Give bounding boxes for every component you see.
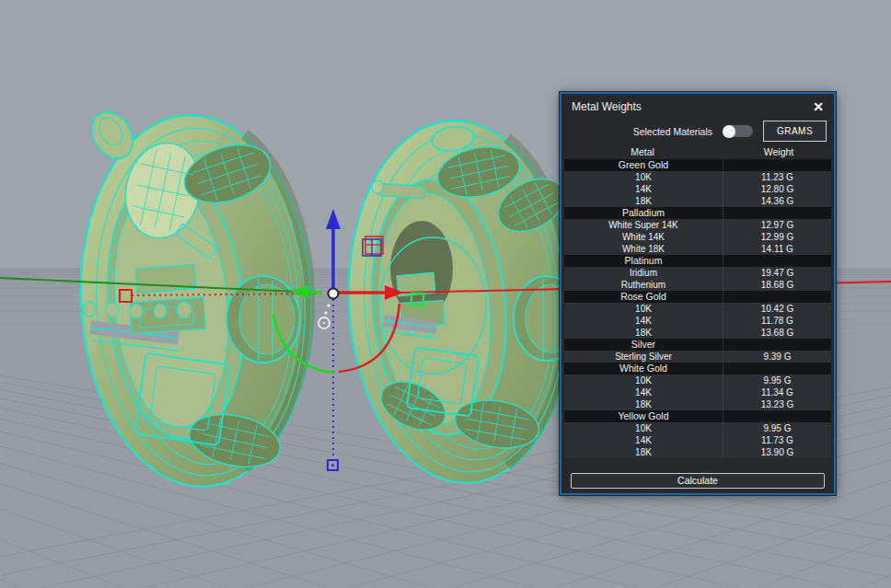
selected-materials-label: Selected Materials [633, 126, 712, 137]
gizmo-origin[interactable] [329, 289, 339, 299]
panel-controls-row: Selected Materials GRAMS [561, 119, 834, 144]
metal-weights-table: Green Gold10K11.23 G14K12.80 G18K14.36 G… [564, 159, 831, 458]
metal-row[interactable]: 14K11.73 G [564, 434, 831, 446]
app-window: Metal Weights ✕ Selected Materials GRAMS… [0, 0, 891, 588]
gizmo-y-arrow[interactable] [307, 292, 322, 293]
metal-row[interactable]: White 18K14.11 G [564, 243, 831, 255]
metal-row[interactable]: White Super 14K12.97 G [564, 219, 831, 231]
metal-row[interactable]: 18K13.23 G [564, 398, 831, 410]
close-icon[interactable]: ✕ [813, 100, 824, 113]
panel-titlebar: Metal Weights ✕ [561, 94, 834, 119]
panel-spacer [561, 458, 834, 473]
calculate-button[interactable]: Calculate [571, 473, 825, 489]
table-column-header: Metal Weight [561, 144, 834, 159]
metal-row[interactable]: 14K11.34 G [564, 386, 831, 398]
metal-section-header: Palladium [564, 207, 831, 219]
metal-row[interactable]: 10K9.95 G [564, 375, 831, 386]
metal-row[interactable]: Ruthenium18.68 G [564, 279, 831, 291]
metal-weights-panel: Metal Weights ✕ Selected Materials GRAMS… [560, 92, 836, 495]
metal-section-header: Silver [564, 339, 831, 351]
weight-column-label: Weight [723, 146, 834, 157]
selected-materials-toggle[interactable] [723, 125, 753, 137]
metal-section-header: Yellow Gold [564, 410, 831, 422]
toggle-knob [723, 125, 735, 138]
metal-row[interactable]: 10K11.23 G [564, 171, 831, 183]
metal-section-header: Rose Gold [564, 291, 831, 303]
metal-row[interactable]: 18K13.90 G [564, 446, 831, 458]
metal-row[interactable]: 10K10.42 G [564, 303, 831, 315]
metal-row[interactable]: 14K11.78 G [564, 315, 831, 327]
metal-row[interactable]: Iridium19.47 G [564, 267, 831, 279]
metal-section-header: Platinum [564, 255, 831, 267]
metal-row[interactable]: 18K13.68 G [564, 327, 831, 339]
metal-row[interactable]: Sterling Silver9.39 G [564, 351, 831, 363]
metal-row[interactable]: 14K12.80 G [564, 183, 831, 195]
metal-row[interactable]: White 14K12.99 G [564, 231, 831, 243]
metal-section-header: Green Gold [564, 159, 831, 171]
metal-section-header: White Gold [564, 363, 831, 375]
metal-row[interactable]: 18K14.36 G [564, 195, 831, 207]
units-button[interactable]: GRAMS [763, 121, 827, 142]
metal-row[interactable]: 10K9.95 G [564, 422, 831, 434]
panel-title: Metal Weights [572, 100, 642, 113]
metal-column-label: Metal [561, 146, 723, 157]
